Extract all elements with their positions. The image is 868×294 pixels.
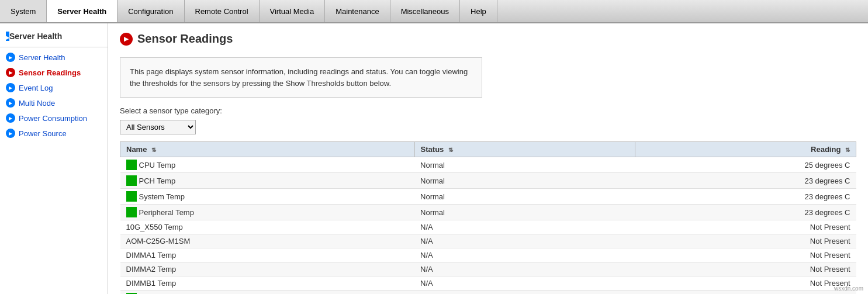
col-header-reading: Reading ⇅ <box>635 142 856 157</box>
table-row: 10G_X550 TempN/ANot Present <box>120 220 856 234</box>
sensor-status-cell: Normal <box>414 189 635 205</box>
sensor-name-label: DIMMA2 Temp <box>126 265 177 274</box>
sensor-name-label: DIMMB1 Temp <box>126 279 177 288</box>
col-header-name-label: Name <box>126 145 147 154</box>
sensor-name-label: CPU Temp <box>139 161 176 170</box>
table-row: PCH TempNormal23 degrees C <box>120 173 856 189</box>
sidebar-label-multi-node: Multi Node <box>19 99 55 108</box>
info-text: This page displays system sensor informa… <box>130 67 468 88</box>
sidebar-item-server-health[interactable]: Server Health <box>0 50 108 65</box>
sensor-status-cell: Normal <box>414 173 635 189</box>
status-green-indicator <box>126 175 137 186</box>
sensor-name-label: DIMMA1 Temp <box>126 251 177 260</box>
table-row: DIMMB2 TempNormal21 degrees C <box>120 290 856 295</box>
sidebar-divider <box>0 47 108 47</box>
topbar-item-help[interactable]: Help <box>460 0 497 22</box>
sensor-status-cell: N/A <box>414 276 635 290</box>
status-green-indicator <box>126 191 137 202</box>
sidebar-label-power-consumption: Power Consumption <box>19 114 87 123</box>
topbar-item-miscellaneous[interactable]: Miscellaneous <box>390 0 460 22</box>
sidebar-label-server-health: Server Health <box>19 53 65 62</box>
sensor-reading-cell: Not Present <box>635 248 856 262</box>
sidebar-icon-multi-node <box>6 98 15 108</box>
col-header-reading-label: Reading <box>811 145 841 154</box>
sidebar-icon-power-source <box>6 129 15 138</box>
sidebar-label-power-source: Power Source <box>19 129 67 138</box>
sidebar-items-container: Server HealthSensor ReadingsEvent LogMul… <box>0 50 108 141</box>
name-sort-arrows[interactable]: ⇅ <box>151 147 156 153</box>
sensor-name-cell: DIMMB1 Temp <box>120 276 415 290</box>
sidebar-section-title-label: Server Health <box>9 32 62 41</box>
sensor-name-cell: 10G_X550 Temp <box>120 220 415 234</box>
page-title-icon <box>120 33 133 46</box>
sensor-status-cell: Normal <box>414 205 635 220</box>
topbar-item-configuration[interactable]: Configuration <box>117 0 184 22</box>
sensor-status-cell: N/A <box>414 262 635 276</box>
sidebar-icon-power-consumption <box>6 113 15 123</box>
sensor-name-cell: DIMMA2 Temp <box>120 262 415 276</box>
status-sort-arrows[interactable]: ⇅ <box>448 147 453 153</box>
sidebar-item-multi-node[interactable]: Multi Node <box>0 95 108 110</box>
sensor-name-label: 10G_X550 Temp <box>126 223 183 231</box>
sensor-status-cell: Normal <box>414 157 635 173</box>
table-row: DIMMA2 TempN/ANot Present <box>120 262 856 276</box>
sensor-reading-cell: 23 degrees C <box>635 173 856 189</box>
watermark: wsxdn.com <box>834 285 863 292</box>
col-header-status: Status ⇅ <box>414 142 635 157</box>
sidebar: Server Health Server HealthSensor Readin… <box>0 23 108 294</box>
col-header-name: Name ⇅ <box>120 142 415 157</box>
sensor-reading-cell: 23 degrees C <box>635 189 856 205</box>
sensor-reading-cell: 23 degrees C <box>635 205 856 220</box>
sidebar-section-server-health[interactable]: Server Health <box>0 28 108 44</box>
table-header-row: Name ⇅ Status ⇅ Reading ⇅ <box>120 142 856 157</box>
table-row: Peripheral TempNormal23 degrees C <box>120 205 856 220</box>
topbar-item-maintenance[interactable]: Maintenance <box>325 0 390 22</box>
sensor-status-cell: N/A <box>414 248 635 262</box>
main-content: Sensor Readings This page displays syste… <box>108 23 868 294</box>
topbar-item-system[interactable]: System <box>0 0 47 22</box>
sensor-table: Name ⇅ Status ⇅ Reading ⇅ CPU TempNormal… <box>120 141 856 294</box>
reading-sort-arrows[interactable]: ⇅ <box>845 147 850 153</box>
sensor-name-cell: DIMMB2 Temp <box>120 290 415 295</box>
sidebar-icon-event-log <box>6 83 15 92</box>
sensor-status-cell: Normal <box>414 290 635 295</box>
sensor-name-cell: System Temp <box>120 189 415 205</box>
table-row: CPU TempNormal25 degrees C <box>120 157 856 173</box>
page-title-container: Sensor Readings <box>120 32 856 49</box>
main-layout: Server Health Server HealthSensor Readin… <box>0 23 868 294</box>
sensor-reading-cell: Not Present <box>635 234 856 248</box>
sensor-name-label: AOM-C25G-M1SM <box>126 237 191 245</box>
sensor-reading-cell: Not Present <box>635 262 856 276</box>
table-row: DIMMA1 TempN/ANot Present <box>120 248 856 262</box>
sensor-name-cell: Peripheral Temp <box>120 205 415 220</box>
topbar-item-remote-control[interactable]: Remote Control <box>185 0 260 22</box>
topbar-item-virtual-media[interactable]: Virtual Media <box>260 0 326 22</box>
sensor-reading-cell: 21 degrees C <box>635 290 856 295</box>
sensor-category-label: Select a sensor type category: <box>120 106 856 115</box>
sensor-name-cell: PCH Temp <box>120 173 415 189</box>
sensor-name-cell: DIMMA1 Temp <box>120 248 415 262</box>
sensor-name-label: System Temp <box>139 192 185 201</box>
sensor-category-select-container: All Sensors <box>120 120 856 134</box>
sidebar-item-power-consumption[interactable]: Power Consumption <box>0 110 108 126</box>
sidebar-item-power-source[interactable]: Power Source <box>0 126 108 141</box>
info-box: This page displays system sensor informa… <box>120 57 482 98</box>
sidebar-label-sensor-readings: Sensor Readings <box>19 68 81 77</box>
table-row: AOM-C25G-M1SMN/ANot Present <box>120 234 856 248</box>
sensor-name-cell: CPU Temp <box>120 157 415 173</box>
table-row: System TempNormal23 degrees C <box>120 189 856 205</box>
sensor-name-label: PCH Temp <box>139 177 176 185</box>
sensor-name-label: Peripheral Temp <box>139 208 194 217</box>
status-green-indicator <box>126 207 137 217</box>
sensor-category-dropdown[interactable]: All Sensors <box>120 120 196 134</box>
top-nav-bar: SystemServer HealthConfigurationRemote C… <box>0 0 868 23</box>
sidebar-icon-sensor-readings <box>6 68 15 77</box>
table-row: DIMMB1 TempN/ANot Present <box>120 276 856 290</box>
sensor-status-cell: N/A <box>414 234 635 248</box>
topbar-item-server-health[interactable]: Server Health <box>47 0 117 22</box>
sidebar-item-event-log[interactable]: Event Log <box>0 80 108 95</box>
sensor-table-body: CPU TempNormal25 degrees CPCH TempNormal… <box>120 157 856 295</box>
sidebar-item-sensor-readings[interactable]: Sensor Readings <box>0 65 108 80</box>
col-header-status-label: Status <box>421 145 444 154</box>
sensor-reading-cell: 25 degrees C <box>635 157 856 173</box>
